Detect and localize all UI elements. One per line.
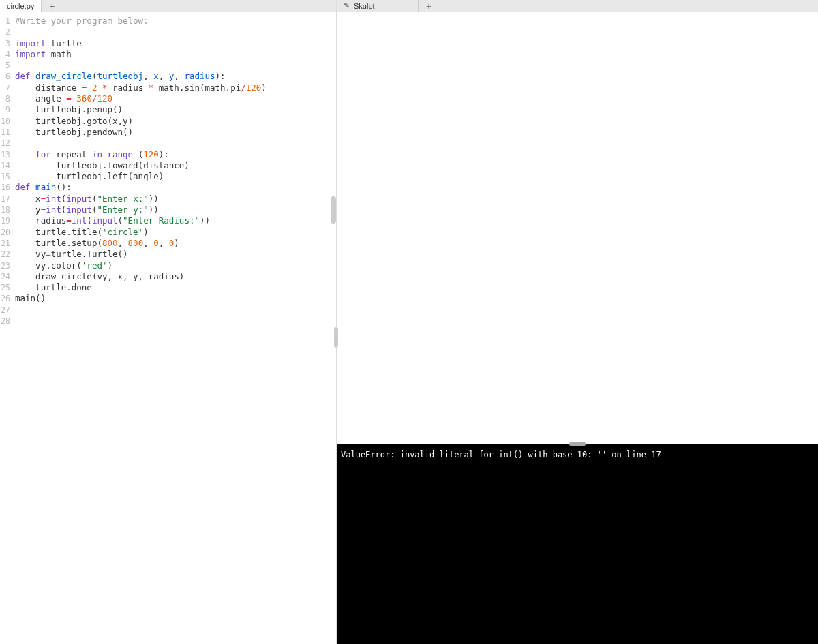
line-number-gutter: 1234567891011121314151617181920212223242… bbox=[0, 12, 12, 644]
tab-add-left[interactable]: + bbox=[42, 0, 62, 12]
output-tabbar: ✎ Skulpt + bbox=[337, 0, 818, 12]
plus-icon: + bbox=[426, 1, 431, 12]
editor-panel: circle.py + 1234567891011121314151617181… bbox=[0, 0, 337, 644]
tab-label: Skulpt bbox=[354, 2, 375, 10]
console-output[interactable]: ValueError: invalid literal for int() wi… bbox=[337, 444, 818, 644]
console-error-line: ValueError: invalid literal for int() wi… bbox=[341, 450, 814, 459]
tab-skulpt[interactable]: ✎ Skulpt bbox=[337, 0, 419, 12]
pencil-icon: ✎ bbox=[344, 1, 350, 10]
code-content[interactable]: #Write your program below: import turtle… bbox=[12, 12, 336, 644]
output-panel: ✎ Skulpt + ValueError: invalid literal f… bbox=[337, 0, 818, 644]
tab-file-circle[interactable]: circle.py bbox=[0, 0, 42, 12]
tab-add-right[interactable]: + bbox=[419, 0, 439, 12]
editor-tabbar: circle.py + bbox=[0, 0, 336, 12]
panel-resize-handle[interactable] bbox=[334, 327, 338, 348]
editor-scrollbar-vertical[interactable] bbox=[331, 196, 336, 224]
console-resize-handle[interactable] bbox=[569, 442, 586, 446]
plus-icon: + bbox=[49, 1, 55, 12]
tab-label: circle.py bbox=[7, 2, 34, 10]
turtle-canvas bbox=[337, 12, 818, 444]
code-editor[interactable]: 1234567891011121314151617181920212223242… bbox=[0, 12, 336, 644]
